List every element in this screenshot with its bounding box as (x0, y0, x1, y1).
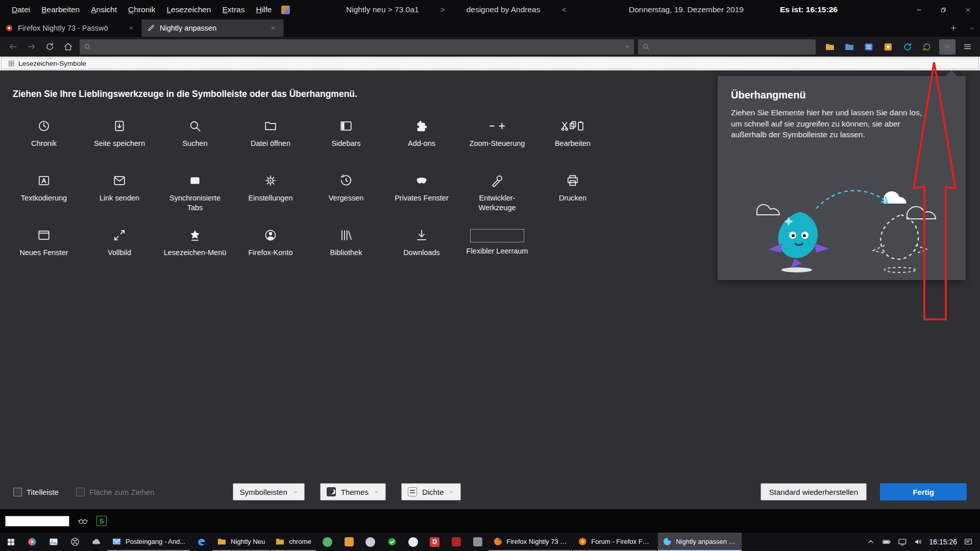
search-input[interactable] (654, 43, 816, 51)
speaker-icon[interactable] (914, 537, 923, 546)
list-all-tabs-button[interactable] (965, 20, 979, 36)
menu-hilfe[interactable]: Hilfe (250, 0, 277, 19)
tray-app-orange[interactable] (338, 533, 360, 551)
tool-sidebars[interactable]: Sidebars (308, 113, 384, 168)
tool-chronik[interactable]: Chronik (6, 113, 82, 168)
search-bar[interactable] (638, 39, 816, 55)
bookmarks-folder-button[interactable] (822, 39, 838, 55)
done-button[interactable]: Fertig (880, 483, 967, 500)
menu-chronik[interactable]: Chronik (122, 0, 161, 19)
menu-ansicht[interactable]: Ansicht (85, 0, 122, 19)
tray-app-gray[interactable] (360, 533, 381, 551)
forward-button[interactable] (22, 39, 40, 55)
new-tab-button[interactable] (945, 20, 962, 36)
menu-datei[interactable]: Datei (6, 0, 36, 19)
notification-icon[interactable] (964, 537, 973, 546)
tray-icons (866, 537, 923, 546)
tool-link-senden[interactable]: Link senden (82, 168, 157, 222)
tray-app-d[interactable]: D (424, 533, 446, 551)
battery-icon[interactable] (882, 537, 891, 546)
menu-extras[interactable]: Extras (217, 0, 251, 19)
themes-dropdown[interactable]: Themes (320, 483, 386, 500)
menu-lesezeichen[interactable]: Lesezeichen (161, 0, 216, 19)
goggles-icon[interactable] (78, 516, 88, 527)
task-mail[interactable]: Posteingang - And... (107, 533, 190, 551)
tray-app-gray2[interactable] (467, 533, 488, 551)
onedrive-icon[interactable] (86, 533, 107, 551)
overflow-menu-panel[interactable]: Überhangmenü Ziehen Sie Elemente hier he… (718, 76, 966, 280)
task-firefox-nightly[interactable]: Firefox Nightly 73 -... (488, 533, 572, 551)
tool-label: Lesezeichen-Menü (164, 248, 227, 258)
tool-vergessen[interactable]: Vergessen (308, 168, 384, 222)
tool-neues-fenster[interactable]: Neues Fenster (6, 222, 82, 277)
customize-drop-outline (1, 58, 979, 69)
tool-suchen[interactable]: Suchen (157, 113, 233, 168)
minimize-button[interactable] (906, 0, 931, 19)
edge-browser[interactable] (191, 533, 212, 551)
tool-drucken[interactable]: Drucken (535, 168, 610, 222)
tool-seite-speichern[interactable]: Seite speichern (82, 113, 157, 168)
window-controls (906, 0, 980, 19)
start-button[interactable] (0, 533, 21, 551)
tool-einstellungen[interactable]: Einstellungen (233, 168, 308, 222)
tray-app-green[interactable] (317, 533, 338, 551)
tool-label: Drucken (559, 193, 586, 203)
tool-entwickler-werkzeuge[interactable]: Entwickler-Werkzeuge (459, 168, 535, 222)
task-folder-chrome[interactable]: chrome (271, 533, 315, 551)
tool-downloads[interactable]: Downloads (384, 222, 459, 277)
sync-button[interactable] (899, 39, 916, 55)
display-icon[interactable] (898, 537, 907, 546)
toolbars-dropdown[interactable]: Symbolleisten (233, 483, 304, 500)
tab-0[interactable]: Firefox Nightly 73 - Passwö (0, 19, 142, 37)
pinned-app[interactable] (21, 533, 43, 551)
urlbar-input[interactable] (95, 43, 621, 51)
library-button[interactable] (861, 39, 877, 55)
tool-firefox-konto[interactable]: Firefox-Konto (233, 222, 308, 277)
tool-synchronisierte-tabs[interactable]: Synchronisierte Tabs (157, 168, 233, 222)
antivirus-icon[interactable] (381, 533, 403, 551)
restore-defaults-button[interactable]: Standard wiederherstellen (761, 483, 867, 500)
menu-bearbeiten[interactable]: Bearbeiten (36, 0, 85, 19)
other-bookmarks-button[interactable] (841, 39, 857, 55)
tool-flexibler-leerraum[interactable]: Flexibler Leerraum (459, 222, 535, 277)
task-nightly-customize[interactable]: Nightly anpassen - ... (658, 533, 742, 551)
titlebar-checkbox[interactable]: Titelleiste (13, 488, 59, 496)
eversync-button[interactable] (919, 39, 935, 55)
close-button[interactable] (955, 0, 980, 19)
bookmark-item[interactable]: Lesezeichen-Symbole (4, 58, 91, 69)
bookmarks-toolbar[interactable]: Lesezeichen-Symbole (0, 57, 980, 70)
menubar-addon-icon[interactable] (281, 6, 290, 14)
maximize-button[interactable] (931, 0, 955, 19)
tool-vollbild[interactable]: Vollbild (82, 222, 157, 277)
tab-1[interactable]: Nightly anpassen (142, 19, 284, 37)
tool-privates-fenster[interactable]: Privates Fenster (384, 168, 459, 222)
overflow-menu-button[interactable] (939, 39, 955, 55)
tab-close-icon[interactable] (126, 23, 136, 33)
tool-textkodierung[interactable]: Textkodierung (6, 168, 82, 222)
tool-lesezeichen-men-[interactable]: Lesezeichen-Menü (157, 222, 233, 277)
back-button[interactable] (4, 39, 21, 55)
desktop-address-input[interactable] (5, 516, 69, 527)
photos-app[interactable] (43, 533, 64, 551)
home-button[interactable] (59, 39, 77, 55)
tray-app-red[interactable] (446, 533, 467, 551)
density-dropdown[interactable]: Dichte (401, 483, 461, 500)
containers-button[interactable] (880, 39, 896, 55)
tray-app-white[interactable] (403, 533, 424, 551)
urlbar[interactable] (80, 39, 634, 55)
app-menu-button[interactable] (959, 39, 976, 55)
dragspace-checkbox[interactable]: Fläche zum Ziehen (76, 488, 155, 496)
xbox-app[interactable] (64, 533, 86, 551)
chevron-up-icon[interactable] (866, 537, 875, 546)
tool-bibliothek[interactable]: Bibliothek (308, 222, 384, 277)
s-badge-icon[interactable]: S (96, 516, 107, 526)
reload-button[interactable] (41, 39, 58, 55)
tab-close-icon[interactable] (268, 23, 278, 33)
task-firefox-forum[interactable]: Forum - Firefox For... (573, 533, 657, 551)
task-folder-nightly[interactable]: Nightly Neu (212, 533, 270, 551)
tool-add-ons[interactable]: Add-ons (384, 113, 459, 168)
urlbar-dropdown-chevron[interactable] (621, 39, 634, 55)
tool-datei-ffnen[interactable]: Datei öffnen (233, 113, 308, 168)
tool-zoom-steuerung[interactable]: Zoom-Steuerung (459, 113, 535, 168)
tool-bearbeiten[interactable]: Bearbeiten (535, 113, 610, 168)
